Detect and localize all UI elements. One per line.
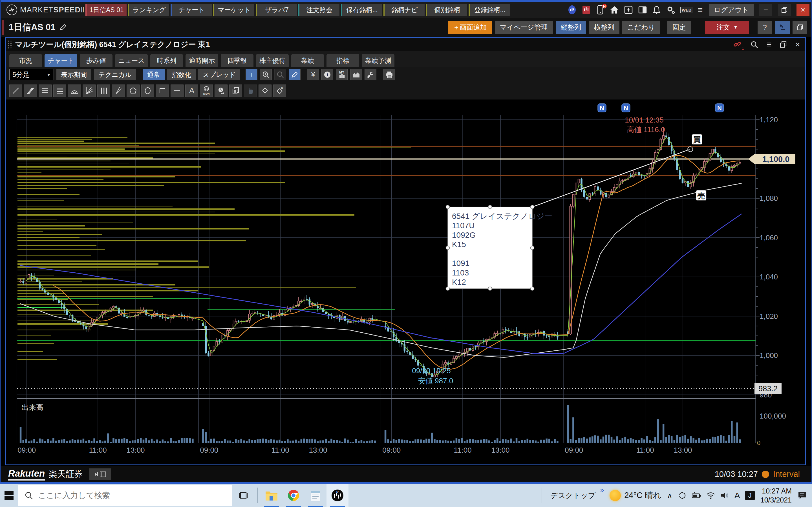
- order-button[interactable]: 注文▼: [705, 21, 749, 34]
- tab-news[interactable]: ニュース: [115, 54, 148, 67]
- print-button[interactable]: [384, 69, 395, 80]
- text-tool[interactable]: A: [185, 84, 198, 97]
- menu-tab-market[interactable]: マーケット: [213, 4, 254, 16]
- popout-return-button[interactable]: [775, 21, 790, 34]
- chart-area[interactable]: NNN買売10/01 12:35高値 1116.009/30 10:25安値 9…: [6, 101, 805, 465]
- sync-icon[interactable]: [678, 491, 687, 500]
- horizontal-lines-3-tool[interactable]: [39, 84, 52, 97]
- add-window-icon[interactable]: [624, 5, 633, 15]
- file-explorer-button[interactable]: [260, 484, 283, 507]
- horizontal-align-button[interactable]: 横整列: [589, 21, 619, 34]
- add-screen-button[interactable]: ＋画面追加: [448, 21, 492, 34]
- chevron-expand-icon[interactable]: »: [600, 486, 604, 494]
- help-button[interactable]: ?: [758, 21, 772, 34]
- menu-tab-ranking[interactable]: ランキング: [128, 4, 169, 16]
- ime-mode-a[interactable]: A: [734, 491, 740, 500]
- spread-mode-button[interactable]: スプレッド: [198, 69, 241, 80]
- icon-stamp-tool[interactable]: ICON: [200, 84, 213, 97]
- crosshair-button[interactable]: ＋: [246, 69, 257, 80]
- normal-mode-button[interactable]: 通常: [143, 69, 165, 80]
- horizontal-lines-4-tool[interactable]: [53, 84, 66, 97]
- signal-badge[interactable]: 買: [692, 134, 702, 145]
- note-box-handle[interactable]: [488, 205, 492, 209]
- erase-all-tool[interactable]: A: [273, 84, 286, 97]
- task-view-button[interactable]: [232, 484, 254, 507]
- chrome-button[interactable]: [283, 484, 305, 507]
- menu-tab-1nichi-shin-as01[interactable]: 1日信AS 01: [86, 4, 126, 16]
- signal-badge[interactable]: 売: [696, 190, 706, 201]
- news-marker[interactable]: N: [715, 104, 724, 112]
- horizontal-segment-tool[interactable]: [170, 84, 184, 97]
- pitchfork-tool[interactable]: [112, 84, 125, 97]
- parallel-channel-tool[interactable]: [24, 84, 37, 97]
- menu-tab-holdings[interactable]: 保有銘柄...: [341, 4, 382, 16]
- window-copy-button[interactable]: [793, 21, 807, 34]
- note-box-handle[interactable]: [446, 246, 449, 249]
- menu-hamburger-icon[interactable]: ≡: [698, 6, 703, 14]
- chart-app-blue-icon[interactable]: [567, 5, 577, 15]
- tab-jikeiretsu[interactable]: 時系列: [150, 54, 183, 67]
- notification-center-icon[interactable]: [797, 491, 808, 500]
- tab-chart[interactable]: チャート: [45, 54, 77, 67]
- marketspeed-button[interactable]: R: [326, 484, 349, 507]
- taskbar-clock[interactable]: 10:27 AM 10/3/2021: [760, 487, 792, 505]
- indexed-mode-button[interactable]: 指数化: [167, 69, 196, 80]
- start-button[interactable]: [0, 484, 18, 507]
- copy-settings-tool[interactable]: [229, 84, 242, 97]
- note-box-handle[interactable]: [446, 287, 449, 290]
- ime-mode-j[interactable]: J: [745, 491, 755, 500]
- zoom-in-button[interactable]: [260, 69, 272, 80]
- settings-gear-icon[interactable]: [666, 5, 675, 15]
- menu-tab-stock-navi[interactable]: 銘柄ナビ: [384, 4, 424, 16]
- tab-shikiho[interactable]: 四季報: [221, 54, 253, 67]
- panel-layout-icon[interactable]: [638, 5, 647, 15]
- battery-icon[interactable]: [692, 492, 701, 499]
- zoom-out-button[interactable]: [274, 69, 286, 80]
- ellipse-tool[interactable]: [141, 84, 154, 97]
- settings-wrench-button[interactable]: [364, 69, 376, 80]
- price-chart[interactable]: NNN買売10/01 12:35高値 1116.009/30 10:25安値 9…: [6, 101, 805, 465]
- pentagon-tool[interactable]: [126, 84, 140, 97]
- trendline-tool[interactable]: [9, 84, 22, 97]
- search-icon[interactable]: [750, 41, 758, 48]
- display-period-button[interactable]: 表示期間: [56, 69, 91, 80]
- tab-yutai[interactable]: 株主優待: [256, 54, 289, 67]
- show-hidden-icons[interactable]: ∧: [667, 491, 672, 500]
- edit-pencil-icon[interactable]: [59, 24, 66, 31]
- notepad-button[interactable]: [305, 484, 326, 507]
- mobile-notification-icon[interactable]: N: [596, 5, 605, 15]
- home-icon[interactable]: [610, 5, 619, 15]
- info-button[interactable]: i: [321, 69, 333, 80]
- draw-pencil-button[interactable]: [289, 69, 301, 80]
- history-clock-tool[interactable]: [214, 84, 227, 97]
- tab-shikyo[interactable]: 市況: [9, 54, 42, 67]
- news-marker[interactable]: N: [622, 104, 630, 112]
- vertical-lines-tool[interactable]: [97, 84, 110, 97]
- note-box-handle[interactable]: [530, 205, 534, 209]
- link-icon[interactable]: 1: [733, 40, 742, 49]
- window-menu-icon[interactable]: ≡: [767, 40, 772, 49]
- menu-tab-zaraba7[interactable]: ザラバ7: [256, 4, 297, 16]
- logout-button[interactable]: ログアウト: [709, 4, 754, 16]
- eraser-tool[interactable]: [259, 84, 271, 97]
- web-link-icon[interactable]: WEB: [680, 7, 693, 13]
- rectangle-tool[interactable]: [156, 84, 169, 97]
- window-close-icon[interactable]: ×: [795, 40, 800, 49]
- bell-icon[interactable]: [652, 5, 661, 15]
- app-restore-button[interactable]: [778, 4, 791, 16]
- wifi-icon[interactable]: [706, 492, 715, 499]
- tab-ayumine[interactable]: 歩み値: [80, 54, 112, 67]
- timeframe-dropdown[interactable]: 5分足▼: [9, 69, 54, 80]
- taskbar-search[interactable]: [18, 485, 232, 506]
- yen-display-button[interactable]: ¥: [307, 69, 319, 80]
- menu-tab-individual-stock[interactable]: 個別銘柄: [426, 4, 467, 16]
- kodawari-button[interactable]: こだわり: [622, 21, 660, 34]
- menu-tab-order-inquiry[interactable]: 注文照会: [298, 4, 340, 16]
- window-duplicate-icon[interactable]: [780, 41, 786, 48]
- app-close-button[interactable]: ×: [797, 4, 809, 16]
- my-page-button[interactable]: マイページ管理: [495, 21, 553, 34]
- volume-icon[interactable]: [720, 492, 729, 499]
- multitool-titlebar[interactable]: マルチツール(個別銘柄) 6541 グレイステクノロジー 東1 1 ≡ ×: [6, 38, 805, 51]
- fan-lines-tool[interactable]: [83, 84, 96, 97]
- vertical-align-button[interactable]: 縦整列: [556, 21, 586, 34]
